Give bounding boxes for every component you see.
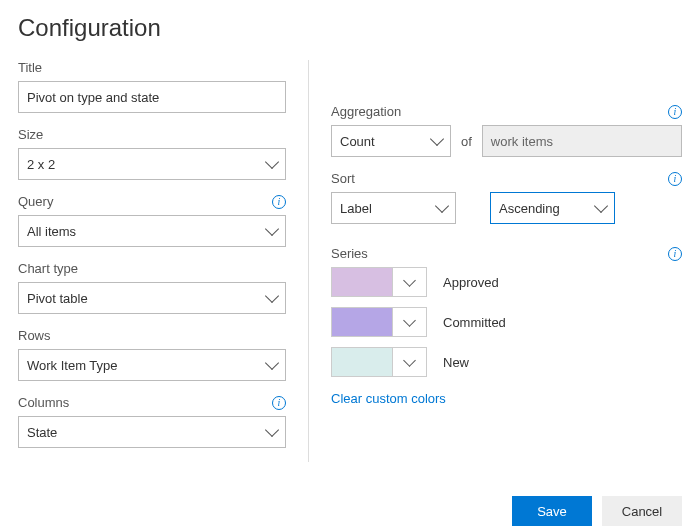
clear-colors-link[interactable]: Clear custom colors xyxy=(331,391,446,406)
page-title: Configuration xyxy=(18,14,682,42)
series-swatch xyxy=(332,268,392,296)
columns-select[interactable]: State xyxy=(18,416,286,448)
series-color-picker[interactable] xyxy=(331,267,427,297)
chevron-down-icon[interactable] xyxy=(392,308,426,336)
rows-label: Rows xyxy=(18,328,51,343)
title-label: Title xyxy=(18,60,42,75)
series-row: Approved xyxy=(331,267,682,297)
series-name: Approved xyxy=(443,275,499,290)
chevron-down-icon[interactable] xyxy=(392,348,426,376)
sort-label: Sort xyxy=(331,171,355,186)
query-select[interactable]: All items xyxy=(18,215,286,247)
chart-type-value: Pivot table xyxy=(27,291,88,306)
info-icon[interactable]: i xyxy=(272,195,286,209)
chart-type-select[interactable]: Pivot table xyxy=(18,282,286,314)
aggregation-label: Aggregation xyxy=(331,104,401,119)
footer: Save Cancel xyxy=(18,496,682,526)
chart-type-label: Chart type xyxy=(18,261,78,276)
sort-direction-select[interactable]: Ascending xyxy=(490,192,615,224)
columns-label: Columns xyxy=(18,395,69,410)
sort-direction-value: Ascending xyxy=(499,201,560,216)
chevron-down-icon[interactable] xyxy=(392,268,426,296)
series-swatch xyxy=(332,348,392,376)
title-value: Pivot on type and state xyxy=(27,90,159,105)
info-icon[interactable]: i xyxy=(668,105,682,119)
aggregation-unit: work items xyxy=(482,125,682,157)
series-label: Series xyxy=(331,246,368,261)
info-icon[interactable]: i xyxy=(668,247,682,261)
series-name: New xyxy=(443,355,469,370)
info-icon[interactable]: i xyxy=(272,396,286,410)
series-row: Committed xyxy=(331,307,682,337)
rows-value: Work Item Type xyxy=(27,358,118,373)
info-icon[interactable]: i xyxy=(668,172,682,186)
title-input[interactable]: Pivot on type and state xyxy=(18,81,286,113)
series-swatch xyxy=(332,308,392,336)
aggregation-unit-text: work items xyxy=(491,134,553,149)
aggregation-value: Count xyxy=(340,134,375,149)
series-name: Committed xyxy=(443,315,506,330)
size-label: Size xyxy=(18,127,43,142)
right-column: Aggregation i Count of work items Sort i xyxy=(308,60,682,462)
size-select[interactable]: 2 x 2 xyxy=(18,148,286,180)
query-label: Query xyxy=(18,194,53,209)
sort-field-select[interactable]: Label xyxy=(331,192,456,224)
series-color-picker[interactable] xyxy=(331,347,427,377)
series-color-picker[interactable] xyxy=(331,307,427,337)
series-row: New xyxy=(331,347,682,377)
aggregation-of: of xyxy=(461,134,472,149)
columns-value: State xyxy=(27,425,57,440)
rows-select[interactable]: Work Item Type xyxy=(18,349,286,381)
size-value: 2 x 2 xyxy=(27,157,55,172)
left-column: Title Pivot on type and state Size 2 x 2… xyxy=(18,60,308,462)
query-value: All items xyxy=(27,224,76,239)
save-button[interactable]: Save xyxy=(512,496,592,526)
sort-field-value: Label xyxy=(340,201,372,216)
cancel-button[interactable]: Cancel xyxy=(602,496,682,526)
aggregation-select[interactable]: Count xyxy=(331,125,451,157)
